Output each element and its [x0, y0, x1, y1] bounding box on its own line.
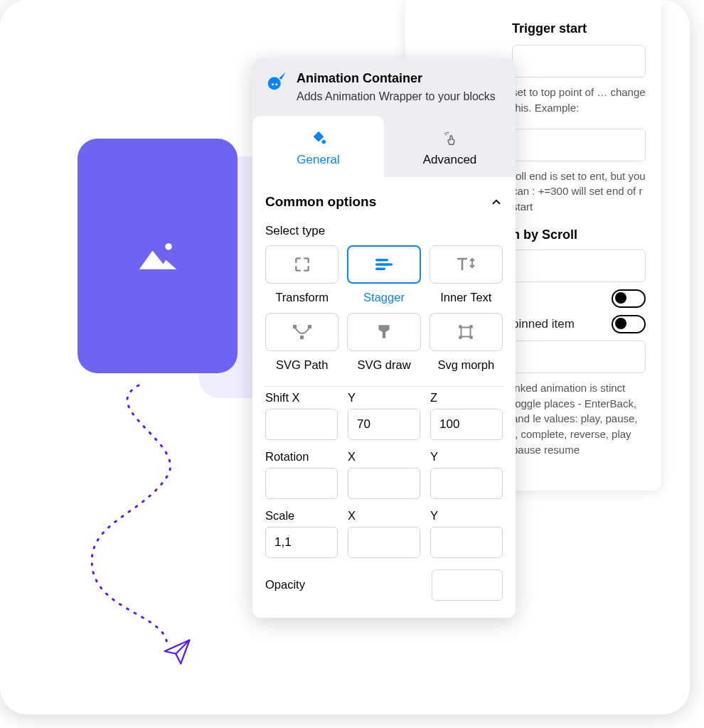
actions-desc: inked animation is stinct toggle places … [512, 380, 646, 458]
type-svg-path[interactable]: SVG Path [265, 313, 338, 372]
scale-input[interactable] [265, 527, 338, 558]
bucket-icon [310, 130, 327, 146]
pinned-item-label: pinned item [512, 317, 602, 331]
chevron-up-icon [490, 196, 503, 208]
inner-text-icon [455, 256, 476, 273]
type-inner-text[interactable]: Inner Text [430, 245, 503, 304]
svg-point-1 [268, 77, 281, 90]
actions-input[interactable] [512, 341, 646, 373]
panel-subtitle: Adds Animation Wrapper to your blocks [297, 89, 496, 105]
type-svg-draw[interactable]: SVG draw [347, 313, 420, 372]
select-type-label: Select type [265, 224, 503, 238]
svg-morph-icon [457, 323, 475, 341]
svg-draw-icon [375, 323, 393, 341]
move-hand-icon [442, 130, 459, 146]
rotation-y-label: Y [430, 450, 503, 464]
trigger-end-desc: roll end is set to ent, but you can : +=… [512, 168, 646, 215]
opacity-input[interactable] [432, 569, 503, 601]
common-options-title: Common options [265, 194, 376, 210]
transform-icon [293, 255, 311, 274]
paper-plane-icon [162, 636, 192, 669]
trigger-end-input[interactable] [512, 129, 646, 161]
toggle-1[interactable] [612, 289, 646, 308]
type-grid: Transform Stagger Inner Text SVG Path SV… [265, 245, 503, 372]
rotation-x-label: X [348, 450, 420, 464]
divider [265, 386, 503, 387]
shift-x-label: Shift X [265, 391, 338, 405]
stagger-icon [374, 257, 394, 272]
shift-y-input[interactable] [348, 409, 420, 440]
rotation-label: Rotation [265, 450, 338, 464]
tab-general[interactable]: General [252, 116, 384, 177]
scale-y-input[interactable] [430, 527, 503, 558]
device-card-front [78, 139, 238, 373]
tab-advanced-label: Advanced [423, 153, 477, 167]
image-placeholder-icon [137, 239, 179, 273]
svg-point-4 [321, 139, 326, 144]
tab-general-label: General [297, 153, 339, 167]
trigger-start-input[interactable] [512, 45, 646, 77]
shift-z-input[interactable] [430, 409, 503, 440]
panel-title: Animation Container [297, 71, 496, 86]
dashed-path [75, 377, 238, 661]
tab-advanced[interactable]: Advanced [384, 116, 516, 177]
shift-x-input[interactable] [265, 409, 338, 440]
trigger-start-title: Trigger start [512, 21, 646, 36]
svg-point-3 [275, 83, 277, 85]
type-transform[interactable]: Transform [265, 245, 338, 304]
animation-container-icon [265, 71, 287, 92]
animation-container-panel: Animation Container Adds Animation Wrapp… [252, 58, 516, 618]
rotation-x-input[interactable] [348, 468, 420, 499]
shift-y-label: Y [348, 391, 420, 405]
scale-x-input[interactable] [348, 527, 420, 558]
scale-label: Scale [265, 509, 338, 523]
svg-rect-7 [375, 267, 385, 270]
scale-x-label: X [348, 509, 420, 523]
scroll-input[interactable] [512, 250, 646, 282]
toggle-pinned-item[interactable] [612, 315, 646, 333]
scroll-section-title: n by Scroll [512, 228, 646, 242]
scale-y-label: Y [430, 509, 503, 523]
svg-rect-5 [375, 259, 388, 262]
svg-path-icon [292, 323, 313, 341]
shift-z-label: Z [430, 391, 503, 405]
rotation-y-input[interactable] [430, 468, 503, 499]
svg-rect-10 [300, 336, 304, 339]
rotation-input[interactable] [265, 468, 338, 499]
panel-header: Animation Container Adds Animation Wrapp… [252, 58, 516, 116]
svg-rect-6 [375, 263, 393, 266]
svg-point-2 [272, 83, 274, 85]
panel-tabs: General Advanced [252, 116, 516, 177]
type-stagger[interactable]: Stagger [347, 245, 420, 304]
trigger-start-desc: set to top point of … change this. Examp… [512, 85, 646, 116]
type-svg-morph[interactable]: Svg morph [430, 313, 503, 372]
svg-point-0 [165, 243, 171, 250]
common-options-toggle[interactable]: Common options [265, 184, 503, 218]
opacity-label: Opacity [265, 578, 305, 592]
